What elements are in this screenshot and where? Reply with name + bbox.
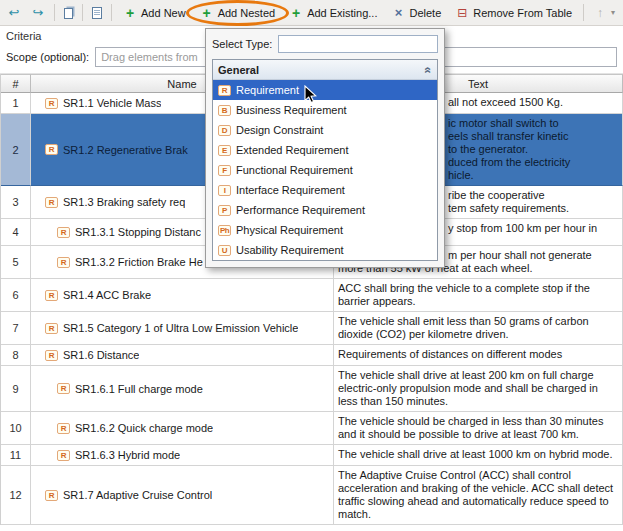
requirement-name: SR1.4 ACC Brake [63, 289, 151, 301]
requirement-icon: R [45, 350, 58, 361]
table-row: 11 R SR1.6.3 Hybrid mode The vehicle sha… [1, 445, 623, 466]
row-number-cell[interactable]: 4 [1, 219, 31, 246]
row-number-cell[interactable]: 8 [1, 345, 31, 366]
requirements-table-window: ↩ ↪ + Add New + Add Nested + Add Existin… [0, 0, 623, 531]
type-option-usability-requirement[interactable]: U Usability Requirement [213, 240, 437, 260]
requirement-name: SR1.3 Braking safety req [63, 196, 185, 208]
add-nested-label: Add Nested [218, 7, 275, 19]
add-existing-button[interactable]: + Add Existing... [283, 3, 383, 23]
type-option-label: Usability Requirement [236, 244, 344, 256]
back-button[interactable]: ↩ [3, 3, 25, 23]
toolbar-separator [111, 4, 112, 21]
requirement-name: SR1.7 Adaptive Cruise Control [63, 489, 212, 501]
forward-button[interactable]: ↪ [27, 3, 49, 23]
requirement-name: SR1.6.3 Hybrid mode [75, 449, 180, 461]
plus-icon: + [200, 6, 214, 20]
type-option-label: Functional Requirement [236, 164, 353, 176]
text-cell[interactable]: Requirements of distances on different m… [334, 345, 623, 366]
row-number-cell[interactable]: 2 [1, 114, 31, 186]
group-label: General [218, 64, 259, 76]
toolbar-separator [583, 4, 584, 21]
requirement-icon: R [57, 450, 70, 461]
type-option-physical-requirement[interactable]: Ph Physical Requirement [213, 220, 437, 240]
requirement-text: The vehicle shall drive at least 200 km … [338, 369, 598, 407]
name-cell[interactable]: R SR1.6 Distance [31, 345, 334, 366]
name-cell[interactable]: R SR1.6.3 Hybrid mode [31, 445, 334, 466]
requirement-text: The vehicle shall drive at least 1000 km… [338, 448, 613, 460]
chevron-down-icon: ▾ [611, 8, 615, 17]
requirement-text: The Adaptive Cruise Control (ACC) shall … [338, 469, 613, 520]
row-number-cell[interactable]: 5 [1, 246, 31, 279]
requirement-icon: R [45, 290, 58, 301]
requirement-icon: R [45, 144, 58, 155]
copy-icon [64, 8, 73, 19]
type-option-label: Extended Requirement [236, 144, 349, 156]
delete-icon: × [391, 6, 405, 20]
name-cell[interactable]: R SR1.6.2 Quick charge mode [31, 412, 334, 445]
text-cell[interactable]: The vehicle shall drive at least 1000 km… [334, 445, 623, 466]
move-up-icon: ↑ [593, 6, 607, 20]
name-cell[interactable]: R SR1.6.1 Full charge mode [31, 366, 334, 412]
type-option-extended-requirement[interactable]: E Extended Requirement [213, 140, 437, 160]
row-number-cell[interactable]: 1 [1, 93, 31, 114]
requirement-name: SR1.6.2 Quick charge mode [75, 422, 213, 434]
design-constraint-icon: D [218, 125, 231, 136]
export-button[interactable] [88, 4, 106, 22]
type-option-interface-requirement[interactable]: I Interface Requirement [213, 180, 437, 200]
requirement-name: SR1.6.1 Full charge mode [75, 383, 203, 395]
column-header-number[interactable]: # [1, 74, 31, 93]
requirement-icon: R [57, 257, 70, 268]
name-cell[interactable]: R SR1.4 ACC Brake [31, 279, 334, 312]
requirement-icon: R [57, 423, 70, 434]
remove-from-table-button[interactable]: ⊟ Remove From Table [449, 3, 578, 23]
delete-button[interactable]: × Delete [385, 3, 447, 23]
type-option-label: Interface Requirement [236, 184, 345, 196]
text-cell[interactable]: The vehicle shall emit less than 50 gram… [334, 312, 623, 345]
row-number-cell[interactable]: 10 [1, 412, 31, 445]
remove-from-table-label: Remove From Table [473, 7, 572, 19]
text-cell[interactable]: The Adaptive Cruise Control (ACC) shall … [334, 466, 623, 525]
interface-requirement-icon: I [218, 185, 231, 196]
toolbar: ↩ ↪ + Add New + Add Nested + Add Existin… [0, 0, 623, 26]
row-number-cell[interactable]: 3 [1, 186, 31, 219]
collapse-group-icon[interactable]: « [422, 66, 436, 73]
type-option-business-requirement[interactable]: B Business Requirement [213, 100, 437, 120]
add-nested-button[interactable]: + Add Nested [194, 3, 281, 23]
row-number-cell[interactable]: 6 [1, 279, 31, 312]
type-option-design-constraint[interactable]: D Design Constraint [213, 120, 437, 140]
type-option-performance-requirement[interactable]: P Performance Requirement [213, 200, 437, 220]
name-cell[interactable]: R SR1.7 Adaptive Cruise Control [31, 466, 334, 525]
type-option-functional-requirement[interactable]: F Functional Requirement [213, 160, 437, 180]
add-new-button[interactable]: + Add New [117, 3, 192, 23]
remove-from-table-icon: ⊟ [455, 6, 469, 20]
type-group-header-general[interactable]: General « [213, 60, 437, 80]
row-number-cell[interactable]: 11 [1, 445, 31, 466]
requirement-name: SR1.1 Vehicle Mass [63, 97, 161, 109]
table-row: 10 R SR1.6.2 Quick charge mode The vehic… [1, 412, 623, 445]
requirement-icon: R [45, 323, 58, 334]
add-existing-label: Add Existing... [307, 7, 377, 19]
requirement-text: ACC shall bring the vehicle to a complet… [338, 282, 590, 307]
type-option-label: Design Constraint [236, 124, 323, 136]
performance-requirement-icon: P [218, 205, 231, 216]
text-cell[interactable]: ACC shall bring the vehicle to a complet… [334, 279, 623, 312]
table-row: 9 R SR1.6.1 Full charge mode The vehicle… [1, 366, 623, 412]
select-type-label: Select Type: [212, 38, 272, 50]
type-option-label: Business Requirement [236, 104, 347, 116]
requirement-icon: R [45, 98, 58, 109]
toolbar-separator [54, 4, 55, 21]
business-requirement-icon: B [218, 105, 231, 116]
functional-requirement-icon: F [218, 165, 231, 176]
requirement-name: SR1.3.1 Stopping Distanc [75, 226, 201, 238]
text-cell[interactable]: The vehicle should be charged in less th… [334, 412, 623, 445]
type-search-input[interactable] [278, 35, 438, 53]
name-cell[interactable]: R SR1.5 Category 1 of Ultra Low Emission… [31, 312, 334, 345]
copy-button[interactable] [60, 3, 77, 22]
type-option-requirement[interactable]: R Requirement [213, 80, 437, 100]
text-cell[interactable]: The vehicle shall drive at least 200 km … [334, 366, 623, 412]
row-number-cell[interactable]: 7 [1, 312, 31, 345]
select-type-popup: Select Type: General « R Requirement B B… [205, 28, 445, 268]
row-number-cell[interactable]: 12 [1, 466, 31, 525]
type-list: General « R Requirement B Business Requi… [212, 59, 438, 261]
row-number-cell[interactable]: 9 [1, 366, 31, 412]
